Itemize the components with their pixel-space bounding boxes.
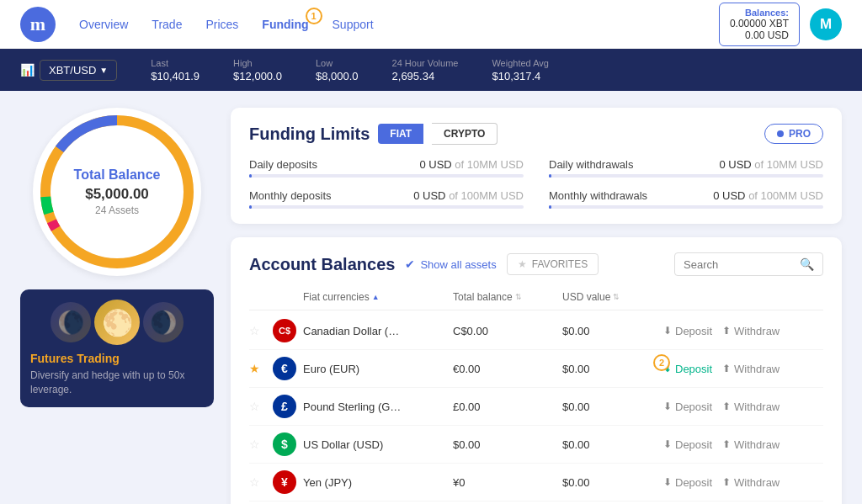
usd-deposit-btn[interactable]: ⬇Deposit	[663, 438, 712, 451]
ticker-high-value: $12,000.0	[233, 70, 282, 82]
futures-moons: 🌘 🌕 🌒	[30, 300, 204, 345]
table-row: ☆ ¥ Yen (JPY) ¥0 $0.00 ⬇Deposit ⬆Withdra…	[249, 464, 823, 501]
row-badge-2: 2	[653, 354, 670, 371]
usd-withdraw-btn[interactable]: ⬆Withdraw	[722, 438, 780, 451]
futures-description: Diversify and hedge with up to 50x lever…	[30, 369, 204, 397]
gbp-usd: $0.00	[562, 401, 663, 413]
eur-usd: $0.00 2	[562, 363, 663, 375]
futures-title: Futures Trading	[30, 352, 204, 365]
jpy-deposit-btn[interactable]: ⬇Deposit	[663, 476, 712, 489]
jpy-star[interactable]: ☆	[249, 475, 273, 489]
daily-withdrawals: Daily withdrawals 0 USD of 10MM USD	[549, 158, 823, 178]
ticker-wavg-value: $10,317.4	[492, 70, 548, 82]
tab-crypto[interactable]: CRYPTO	[432, 123, 498, 145]
balance-amount: $5,000.00	[67, 186, 168, 203]
monthly-withdrawals: Monthly withdrawals 0 USD of 100MM USD	[549, 189, 823, 209]
cad-deposit-btn[interactable]: ⬇Deposit	[663, 325, 712, 337]
jpy-withdraw-btn[interactable]: ⬆Withdraw	[722, 476, 780, 489]
logo[interactable]: m	[20, 7, 56, 42]
deposit-icon: ⬇	[663, 476, 672, 488]
monthly-deposits-label: Monthly deposits	[249, 189, 332, 202]
monthly-withdrawals-value: 0 USD of 100MM USD	[713, 189, 823, 202]
balance-ring-container: Total Balance $5,000.00 24 Assets	[33, 108, 201, 276]
col-usd-header[interactable]: USD value ⇅	[562, 291, 663, 303]
right-column: Funding Limits FIAT CRYPTO PRO Daily dep…	[231, 108, 842, 504]
gbp-star[interactable]: ☆	[249, 400, 273, 413]
daily-withdrawals-value: 0 USD of 10MM USD	[719, 158, 823, 171]
dropdown-arrow-icon: ▼	[99, 66, 108, 75]
cad-icon: C$	[273, 319, 296, 342]
funding-limits-header: Funding Limits FIAT CRYPTO PRO	[249, 123, 823, 145]
gbp-withdraw-btn[interactable]: ⬆Withdraw	[722, 401, 780, 413]
gbp-icon: £	[273, 395, 296, 418]
nav-support[interactable]: Support	[333, 18, 374, 31]
search-input[interactable]	[684, 258, 793, 271]
daily-deposits: Daily deposits 0 USD of 10MM USD	[249, 158, 524, 178]
moon-right: 🌒	[143, 302, 184, 342]
daily-withdrawals-bar	[549, 174, 823, 178]
ticker-last-label: Last	[151, 58, 200, 68]
gbp-actions: ⬇Deposit ⬆Withdraw	[663, 401, 823, 413]
search-box: 🔍	[674, 252, 823, 276]
nav-trade[interactable]: Trade	[152, 18, 182, 31]
eur-deposit-btn[interactable]: ⬇Deposit	[663, 363, 712, 375]
show-all-btn[interactable]: ✔ Show all assets	[405, 257, 496, 271]
funding-limits-grid: Daily deposits 0 USD of 10MM USD Daily w…	[249, 158, 823, 209]
withdraw-icon: ⬆	[722, 476, 731, 488]
ticker-low-value: $8,000.0	[316, 70, 359, 82]
usd-icon: $	[273, 432, 296, 456]
pro-badge[interactable]: PRO	[764, 124, 823, 144]
avatar[interactable]: M	[810, 8, 842, 40]
cad-withdraw-btn[interactable]: ⬆Withdraw	[722, 325, 780, 337]
moon-center: 🌕	[94, 300, 140, 345]
moon-left: 🌘	[51, 302, 91, 342]
nav-funding[interactable]: Funding 1	[262, 18, 308, 31]
withdraw-icon: ⬆	[722, 363, 731, 374]
daily-deposits-bar	[249, 174, 524, 178]
main-nav: Overview Trade Prices Funding 1 Support	[79, 18, 719, 31]
eur-actions: ⬇Deposit ⬆Withdraw	[663, 363, 823, 375]
gbp-name: Pound Sterling (G…	[303, 401, 453, 413]
usd-star[interactable]: ☆	[249, 438, 273, 451]
eur-star[interactable]: ★	[249, 362, 273, 375]
balances-xbt: 0.00000 XBT	[730, 18, 789, 29]
daily-withdrawals-label: Daily withdrawals	[549, 158, 633, 171]
favorites-btn[interactable]: ★ FAVORITES	[507, 253, 599, 275]
ticker-pair[interactable]: 📊 XBT/USD ▼	[20, 60, 117, 81]
bar-chart-icon: 📊	[20, 63, 35, 77]
eur-withdraw-btn[interactable]: ⬆Withdraw	[722, 363, 780, 375]
ticker-wavg-label: Weighted Avg	[492, 58, 548, 68]
futures-card[interactable]: 🌘 🌕 🌒 Futures Trading Diversify and hedg…	[20, 289, 214, 407]
withdraw-icon: ⬆	[722, 325, 731, 337]
ticker-volume-label: 24 Hour Volume	[392, 58, 459, 68]
jpy-name: Yen (JPY)	[303, 476, 453, 489]
balance-inner: Total Balance $5,000.00 24 Assets	[67, 167, 168, 216]
withdraw-icon: ⬆	[722, 401, 731, 412]
withdraw-icon: ⬆	[722, 438, 731, 450]
cad-balance: C$0.00	[453, 325, 562, 337]
ticker-high: High $12,000.0	[233, 58, 282, 82]
ticker-last-value: $10,401.9	[151, 70, 200, 82]
table-row: ☆ £ Pound Sterling (G… £0.00 $0.00 ⬇Depo…	[249, 388, 823, 426]
gbp-deposit-btn[interactable]: ⬇Deposit	[663, 401, 712, 413]
nav-prices[interactable]: Prices	[205, 18, 238, 31]
usd-balance: $0.00	[453, 438, 562, 451]
tab-fiat[interactable]: FIAT	[378, 124, 423, 144]
balances-usd: 0.00 USD	[730, 29, 789, 41]
jpy-usd: $0.00	[562, 476, 663, 489]
col-balance-header[interactable]: Total balance ⇅	[453, 291, 562, 303]
pair-selector[interactable]: XBT/USD ▼	[40, 60, 117, 81]
table-headers: Fiat currencies ▲ Total balance ⇅ USD va…	[249, 288, 823, 310]
checkmark-icon: ✔	[405, 257, 415, 271]
col-currency-header[interactable]: Fiat currencies ▲	[303, 291, 453, 303]
deposit-icon: ⬇	[663, 438, 672, 450]
cad-star[interactable]: ☆	[249, 324, 273, 337]
ticker-low-label: Low	[316, 58, 359, 68]
ticker-low: Low $8,000.0	[316, 58, 359, 82]
nav-overview[interactable]: Overview	[79, 18, 128, 31]
left-column: Total Balance $5,000.00 24 Assets 🌘 🌕 🌒 …	[20, 108, 214, 504]
funding-badge: 1	[306, 8, 322, 24]
table-row: ☆ C$ Canadian Dollar (… C$0.00 $0.00 ⬇De…	[249, 312, 823, 350]
funding-limits-title: Funding Limits	[249, 125, 370, 144]
ticker-last: Last $10,401.9	[151, 58, 200, 82]
